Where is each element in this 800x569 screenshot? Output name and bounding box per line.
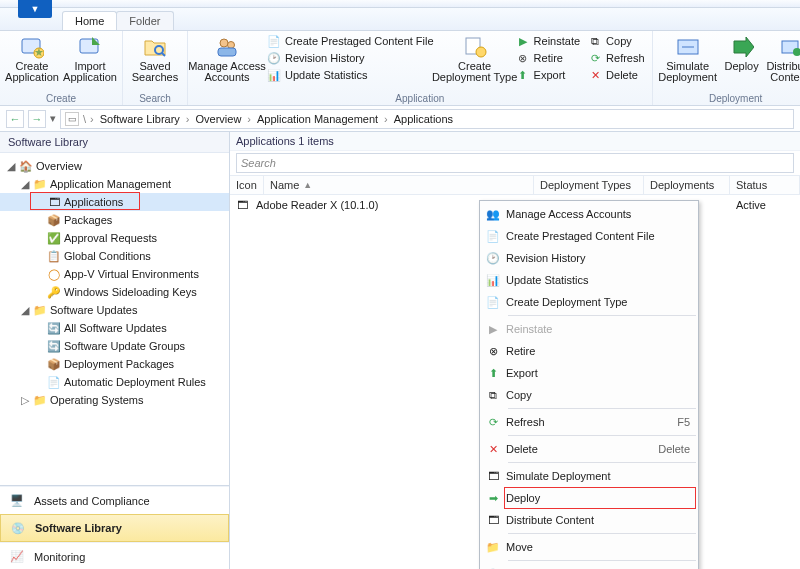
svg-point-10	[476, 47, 486, 57]
stats-icon: 📊	[267, 68, 281, 82]
create-deployment-type-button[interactable]: Create Deployment Type	[439, 33, 511, 85]
reinstate-button[interactable]: ▶Reinstate	[513, 33, 583, 49]
side-title: Software Library	[0, 132, 229, 153]
deploy-button[interactable]: Deploy	[721, 33, 763, 74]
refresh-button[interactable]: ⟳Refresh	[585, 50, 648, 66]
ctx-scopes[interactable]: 🔒Set Security Scopes	[480, 563, 698, 569]
ctx-export[interactable]: ⬆Export	[480, 362, 698, 384]
applications-icon: 🗔	[46, 195, 62, 209]
tab-home[interactable]: Home	[62, 11, 117, 30]
ctx-refresh[interactable]: ⟳RefreshF5	[480, 411, 698, 433]
saved-searches-button[interactable]: Saved Searches	[127, 33, 183, 85]
navbar: ← → ▾ ▭ \› Software Library› Overview› A…	[0, 106, 800, 132]
ctx-retire[interactable]: ⊗Retire	[480, 340, 698, 362]
tree-appv[interactable]: ◯App-V Virtual Environments	[0, 265, 229, 283]
svg-rect-8	[218, 48, 236, 56]
context-menu: 👥Manage Access Accounts 📄Create Prestage…	[479, 200, 699, 569]
simulate-deployment-button[interactable]: Simulate Deployment	[657, 33, 719, 85]
ctx-create-dep-type[interactable]: 📄Create Deployment Type	[480, 291, 698, 313]
tree-op-sys[interactable]: ▷📁Operating Systems	[0, 391, 229, 409]
deploy-icon: ➡	[480, 492, 506, 505]
distribute-icon: 🗔	[480, 514, 506, 526]
appv-icon: ◯	[46, 267, 62, 281]
packages-icon: 📦	[46, 213, 62, 227]
tree-sideload[interactable]: 🔑Windows Sideloading Keys	[0, 283, 229, 301]
export-button[interactable]: ⬆Export	[513, 67, 583, 83]
col-deptypes[interactable]: Deployment Types	[534, 176, 644, 194]
crumb-overview[interactable]: Overview	[194, 113, 244, 125]
export-icon: ⬆	[480, 367, 506, 380]
tree-all-updates[interactable]: 🔄All Software Updates	[0, 319, 229, 337]
col-status[interactable]: Status	[730, 176, 800, 194]
assets-icon: 🖥️	[8, 492, 26, 510]
nav-monitoring[interactable]: 📈Monitoring	[0, 542, 229, 569]
search-input[interactable]: Search	[236, 153, 794, 173]
import-application-button[interactable]: Import Application	[62, 33, 118, 85]
ctx-update-stats[interactable]: 📊Update Statistics	[480, 269, 698, 291]
delete-icon: ✕	[588, 68, 602, 82]
retire-icon: ⊗	[516, 51, 530, 65]
ctx-manage-access[interactable]: 👥Manage Access Accounts	[480, 203, 698, 225]
manage-access-accounts-button[interactable]: Manage Access Accounts	[192, 33, 262, 85]
ctx-distribute[interactable]: 🗔Distribute Content	[480, 509, 698, 531]
tree-app-mgmt[interactable]: ◢📁Application Management	[0, 175, 229, 193]
tree-sw-updates[interactable]: ◢📁Software Updates	[0, 301, 229, 319]
update-statistics-button[interactable]: 📊Update Statistics	[264, 67, 437, 83]
distribute-content-button[interactable]: Distribute Content	[765, 33, 800, 85]
tree-overview[interactable]: ◢🏠Overview	[0, 157, 229, 175]
delete-button[interactable]: ✕Delete	[585, 67, 648, 83]
ctx-move[interactable]: 📁Move	[480, 536, 698, 558]
create-prestaged-content-button[interactable]: 📄Create Prestaged Content File	[264, 33, 437, 49]
svg-text:★: ★	[34, 46, 44, 58]
tree-global[interactable]: 📋Global Conditions	[0, 247, 229, 265]
quick-access-dropdown[interactable]: ▼	[18, 0, 52, 18]
distribute-icon	[778, 35, 800, 59]
tree-applications[interactable]: 🗔Applications	[0, 193, 229, 211]
root-icon[interactable]: ▭	[65, 112, 79, 126]
monitoring-icon: 📈	[8, 548, 26, 566]
copy-button[interactable]: ⧉Copy	[585, 33, 648, 49]
approval-icon: ✅	[46, 231, 62, 245]
copy-icon: ⧉	[588, 34, 602, 48]
nav-software-library[interactable]: 💿Software Library	[0, 514, 229, 542]
accounts-icon	[215, 35, 239, 59]
ctx-simulate[interactable]: 🗔Simulate Deployment	[480, 465, 698, 487]
nav-back-button[interactable]: ←	[6, 110, 24, 128]
ctx-delete[interactable]: ✕DeleteDelete	[480, 438, 698, 460]
col-deps[interactable]: Deployments	[644, 176, 730, 194]
delete-icon: ✕	[480, 443, 506, 456]
tree-dep-packages[interactable]: 📦Deployment Packages	[0, 355, 229, 373]
nav-dropdown[interactable]: ▾	[50, 112, 56, 125]
ctx-revision[interactable]: 🕑Revision History	[480, 247, 698, 269]
tree-update-groups[interactable]: 🔄Software Update Groups	[0, 337, 229, 355]
crumb-software-library[interactable]: Software Library	[98, 113, 182, 125]
col-name[interactable]: Name▲	[264, 176, 534, 194]
crumb-applications[interactable]: Applications	[392, 113, 455, 125]
ctx-copy[interactable]: ⧉Copy	[480, 384, 698, 406]
app-row-icon: 🗔	[234, 197, 250, 213]
revision-history-button[interactable]: 🕑Revision History	[264, 50, 437, 66]
tree-auto-rules[interactable]: 📄Automatic Deployment Rules	[0, 373, 229, 391]
tab-folder[interactable]: Folder	[116, 11, 173, 30]
auto-rules-icon: 📄	[46, 375, 62, 389]
tree-approval[interactable]: ✅Approval Requests	[0, 229, 229, 247]
ctx-prestaged[interactable]: 📄Create Prestaged Content File	[480, 225, 698, 247]
nav-assets[interactable]: 🖥️Assets and Compliance	[0, 486, 229, 514]
dep-pkg-icon: 📦	[46, 357, 62, 371]
global-icon: 📋	[46, 249, 62, 263]
folder-icon: 📁	[32, 303, 48, 317]
tree-packages[interactable]: 📦Packages	[0, 211, 229, 229]
retire-button[interactable]: ⊗Retire	[513, 50, 583, 66]
nav-forward-button[interactable]: →	[28, 110, 46, 128]
col-icon[interactable]: Icon	[230, 176, 264, 194]
ribbon-tabs: Home Folder	[0, 8, 800, 30]
ctx-deploy[interactable]: ➡Deploy	[480, 487, 698, 509]
ribbon-group-application: Application	[192, 92, 648, 104]
crumb-app-mgmt[interactable]: Application Management	[255, 113, 380, 125]
column-headers: Icon Name▲ Deployment Types Deployments …	[230, 175, 800, 195]
import-app-icon	[78, 35, 102, 59]
copy-icon: ⧉	[480, 389, 506, 402]
create-application-button[interactable]: ★ Create Application	[4, 33, 60, 85]
nav-tree: ◢🏠Overview ◢📁Application Management 🗔App…	[0, 153, 229, 485]
svg-point-6	[220, 39, 228, 47]
